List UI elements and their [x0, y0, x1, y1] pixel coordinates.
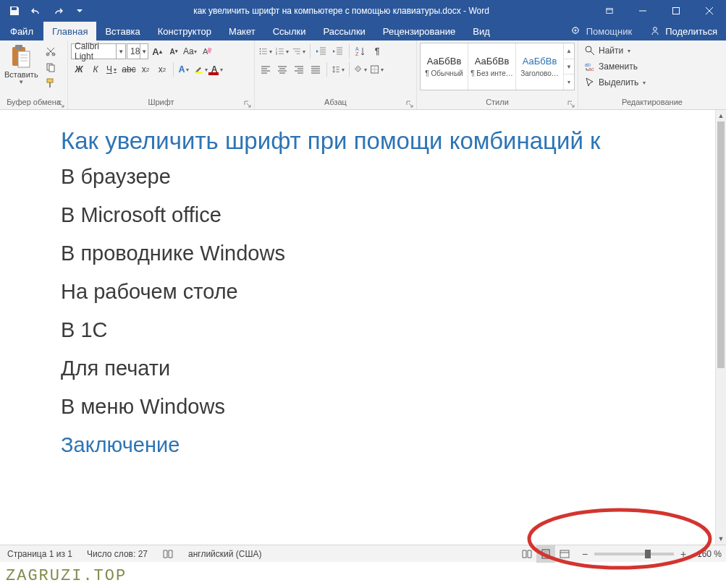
sort-button[interactable]: AZ: [353, 43, 368, 59]
grow-font-button[interactable]: A▴: [149, 43, 165, 59]
strikethrough-button[interactable]: abc: [121, 61, 137, 77]
undo-button[interactable]: [26, 1, 46, 20]
style-expand[interactable]: ▾: [564, 74, 574, 90]
share-button[interactable]: Поделиться: [641, 25, 726, 37]
vertical-scrollbar[interactable]: ▲ ▼: [715, 110, 726, 545]
save-button[interactable]: [4, 1, 25, 20]
align-right-button[interactable]: [291, 61, 307, 77]
tab-home[interactable]: Главная: [43, 22, 96, 41]
clipboard-dialog-launcher[interactable]: [57, 100, 66, 108]
style-heading1[interactable]: АаБбВв Заголово…: [516, 43, 564, 90]
justify-button[interactable]: [308, 61, 324, 77]
style-normal[interactable]: АаБбВв ¶ Обычный: [421, 43, 468, 90]
copy-button[interactable]: [43, 60, 59, 74]
tab-mailings[interactable]: Рассылки: [314, 22, 373, 41]
scroll-up-button[interactable]: ▲: [716, 110, 726, 122]
borders-button[interactable]: ▾: [369, 61, 385, 77]
align-left-button[interactable]: [258, 61, 274, 77]
style-scroll-down[interactable]: ▼: [564, 59, 574, 75]
paste-button[interactable]: Вставить ▼: [3, 43, 40, 85]
zoom-value[interactable]: 160 %: [694, 549, 726, 559]
change-case-button[interactable]: Aa▾: [182, 43, 198, 59]
window-controls: [593, 0, 726, 22]
page-count[interactable]: Страница 1 из 1: [0, 549, 80, 559]
cut-button[interactable]: [43, 44, 59, 59]
tab-file[interactable]: Файл: [0, 22, 43, 41]
replace-button[interactable]: abac Заменить: [581, 59, 641, 74]
tab-insert[interactable]: Вставка: [96, 22, 148, 41]
bullets-button[interactable]: ▾: [258, 43, 274, 59]
highlight-button[interactable]: ▾: [193, 61, 209, 77]
chevron-down-icon[interactable]: ▼: [140, 44, 148, 59]
increase-indent-button[interactable]: [330, 43, 346, 59]
svg-point-19: [260, 53, 261, 54]
minimize-button[interactable]: [626, 0, 659, 22]
read-mode-button[interactable]: [518, 545, 536, 563]
maximize-button[interactable]: [659, 0, 693, 22]
separator: [173, 62, 174, 77]
scroll-thumb[interactable]: [717, 122, 725, 368]
subscript-button[interactable]: x2: [138, 61, 153, 77]
font-color-button[interactable]: A▾: [210, 61, 226, 77]
align-center-button[interactable]: [274, 61, 290, 77]
tab-view[interactable]: Вид: [464, 22, 499, 41]
tab-layout[interactable]: Макет: [220, 22, 264, 41]
scroll-track[interactable]: [716, 122, 726, 533]
style-no-spacing[interactable]: АаБбВв ¶ Без инте…: [468, 43, 516, 90]
svg-point-4: [654, 27, 657, 31]
redo-button[interactable]: [48, 1, 68, 20]
chevron-down-icon[interactable]: ▼: [116, 44, 125, 59]
style-scroll-up[interactable]: ▲: [564, 43, 574, 59]
numbering-button[interactable]: 123▾: [274, 43, 290, 59]
superscript-button[interactable]: x2: [154, 61, 170, 77]
clear-formatting-button[interactable]: A: [199, 43, 215, 59]
font-name-select[interactable]: Calibri Light▼: [71, 43, 126, 59]
spellcheck-button[interactable]: [155, 548, 181, 560]
text-effects-button[interactable]: A▾: [177, 61, 193, 77]
multilevel-list-button[interactable]: ▾: [291, 43, 307, 59]
tab-design[interactable]: Конструктор: [149, 22, 220, 41]
tab-references[interactable]: Ссылки: [264, 22, 315, 41]
chevron-down-icon: ▾: [626, 48, 632, 54]
zoom-in-button[interactable]: +: [677, 548, 690, 560]
decrease-indent-button[interactable]: [313, 43, 329, 59]
zoom-thumb[interactable]: [645, 550, 651, 558]
qat-customize-button[interactable]: [69, 1, 90, 20]
style-gallery: АаБбВв ¶ Обычный АаБбВв ¶ Без инте… АаБб…: [420, 43, 575, 90]
bold-button[interactable]: Ж: [71, 61, 87, 77]
shading-button[interactable]: ▾: [353, 61, 368, 77]
underline-button[interactable]: Ч▾: [104, 61, 120, 77]
svg-rect-12: [47, 79, 53, 82]
search-icon: [584, 45, 596, 56]
web-layout-button[interactable]: [555, 545, 574, 563]
close-button[interactable]: [693, 0, 726, 22]
styles-dialog-launcher[interactable]: [567, 100, 576, 108]
select-button[interactable]: Выделить▾: [581, 74, 650, 90]
group-editing: Найти▾ abac Заменить Выделить▾ Редактиро…: [578, 41, 726, 109]
find-button[interactable]: Найти▾: [581, 43, 635, 59]
font-size-select[interactable]: 18▼: [127, 43, 148, 59]
tab-review[interactable]: Рецензирование: [374, 22, 464, 41]
scroll-down-button[interactable]: ▼: [716, 533, 726, 545]
quick-access-toolbar: [0, 1, 90, 20]
zoom-track[interactable]: [594, 553, 674, 555]
paragraph-dialog-launcher[interactable]: [406, 100, 415, 108]
format-painter-button[interactable]: [43, 76, 59, 90]
svg-rect-15: [195, 72, 203, 73]
doc-line: В Microsoft office: [61, 203, 715, 227]
print-layout-button[interactable]: [536, 545, 555, 563]
titlebar: как увеличить шрифт на компьютере с помо…: [0, 0, 726, 22]
ribbon-display-options-button[interactable]: [593, 0, 626, 22]
italic-button[interactable]: К: [88, 61, 104, 77]
word-count[interactable]: Число слов: 27: [80, 549, 155, 559]
paste-label: Вставить: [4, 70, 38, 79]
zoom-out-button[interactable]: −: [578, 548, 591, 560]
line-spacing-button[interactable]: ▾: [330, 61, 346, 77]
document-area[interactable]: Как увеличить шрифт при помощи комбинаци…: [0, 110, 715, 545]
show-hide-button[interactable]: ¶: [369, 43, 385, 59]
font-dialog-launcher[interactable]: [244, 100, 253, 108]
paste-icon: [9, 43, 33, 70]
language-button[interactable]: английский (США): [181, 549, 269, 559]
shrink-font-button[interactable]: A▾: [166, 43, 182, 59]
tell-me-search[interactable]: Помощник: [562, 25, 641, 37]
